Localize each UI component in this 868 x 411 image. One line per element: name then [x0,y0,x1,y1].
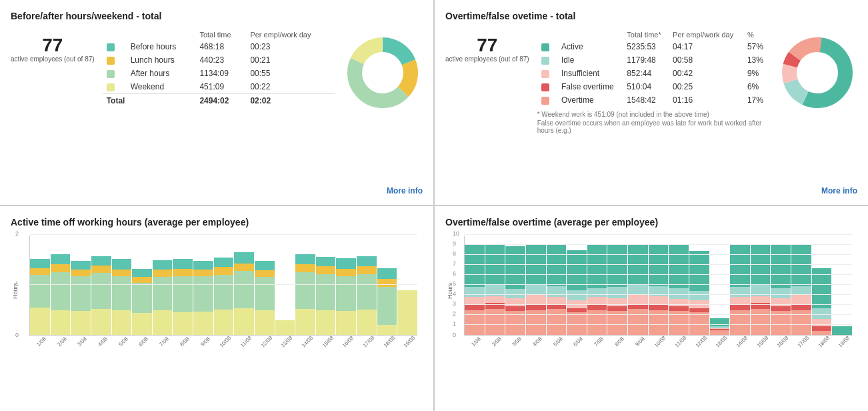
panel-before-after-hours: Before/after hours/weekend - total 77 ac… [0,0,433,205]
bar-group [397,290,417,336]
table-row: Lunch hours [127,53,196,67]
panel2-content: 77 active employees (out of 87) Total ti… [445,29,857,134]
bar-group [234,252,254,335]
bar-group [669,245,689,335]
bar-group [567,250,587,336]
bar-group [771,245,791,335]
bar-group [526,244,546,336]
th-total-2: Total time* [623,29,669,40]
donut-chart-1 [343,33,423,113]
bar-group [791,244,811,336]
table-row: Insufficient [557,67,623,80]
dashboard: Before/after hours/weekend - total 77 ac… [0,0,868,411]
panel-overtime-chart: Overtime/false overtime (average per emp… [435,206,868,411]
footnote2: False overtime occurs when an employee w… [537,119,769,134]
th-pct-2: % [743,29,769,40]
panel1-content: 77 active employees (out of 87) Total ti… [11,29,423,113]
table-row: After hours [127,67,196,80]
bar-group [71,261,91,335]
table-row: Before hours [127,40,196,53]
bar-group [730,245,750,335]
panel2-title: Overtime/false ovetime - total [445,11,857,21]
table-row: Overtime [557,93,623,107]
bar-group [30,259,50,335]
th-per-2: Per empl/work day [669,29,743,40]
employee-count-1: 77 active employees (out of 87) [11,36,95,63]
th-label-2 [537,29,623,40]
bar-group [112,259,132,335]
panel1-title: Before/after hours/weekend - total [11,11,423,21]
bar-group [132,269,152,335]
footnote1: * Weekend work is 451:09 (not included i… [537,111,769,118]
bar-group [357,256,377,335]
bar-group [377,268,397,336]
bar-group [587,245,607,335]
employee-count-2: 77 active employees (out of 87) [445,36,529,63]
employee-label-1: active employees (out of 87) [11,55,95,63]
svg-point-4 [363,53,403,93]
employee-num-1: 77 [11,36,95,55]
bar-group [295,254,315,336]
donut-chart-2 [777,33,857,113]
th-total-1: Total time [195,29,246,40]
th-label-1 [103,29,196,40]
more-info-link-1[interactable]: More info [387,186,423,195]
table-row: Idle [557,53,623,67]
bar-group [336,258,356,335]
employee-label-2: active employees (out of 87) [445,55,529,63]
panel-active-time-chart: Active time off working hours (average p… [0,206,433,411]
bar-group [193,261,213,335]
svg-point-10 [797,53,837,93]
bar-group [173,259,193,335]
panel4-title: Overtime/false overtime (average per emp… [445,217,857,228]
bar-group [214,258,234,335]
bar-group [505,246,525,336]
bar-group [628,244,648,336]
bar-group [547,244,567,336]
th-per-1: Per empl/work day [246,29,335,40]
more-info-link-2[interactable]: More info [821,186,857,195]
panel-overtime-total: Overtime/false ovetime - total 77 active… [435,0,868,205]
bar-group [607,245,627,335]
table-row: Active [557,40,623,53]
table-row: Weekend [127,80,196,94]
bar-group [255,261,275,335]
employee-num-2: 77 [445,36,529,55]
table-row: False overtime [557,80,623,93]
bar-group [465,245,485,335]
bar-group [689,251,709,335]
bar-group [51,254,71,335]
stats-table-1: Total time Per empl/work day Before hour… [103,29,335,107]
bar-group [91,256,111,336]
bar-group [649,244,669,336]
bar-group [153,260,173,335]
bar-group [751,244,771,336]
bar-group [316,257,336,335]
panel3-title: Active time off working hours (average p… [11,217,423,228]
stats-table-2: Total time* Per empl/work day % Active 5… [537,29,769,134]
bar-group [485,245,505,335]
